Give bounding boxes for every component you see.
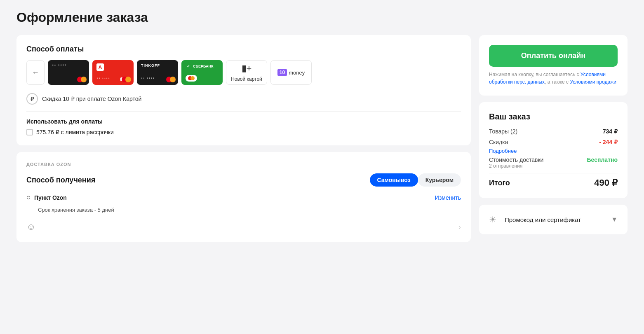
order-total-label: Итого xyxy=(489,179,510,187)
order-summary-title: Ваш заказ xyxy=(489,112,618,121)
order-total-row: Итого 490 ₽ xyxy=(489,178,618,188)
right-column: Оплатить онлайн Нажимая на кнопку, вы со… xyxy=(479,35,628,234)
promo-section[interactable]: ☀ Промокод или сертификат ▼ xyxy=(479,205,628,234)
terms-middle: , а также с xyxy=(545,79,570,85)
card-black[interactable]: ** **** xyxy=(48,60,89,85)
delivery-section-label: ДОСТАВКА OZON xyxy=(26,162,461,167)
cards-back-button[interactable]: ← xyxy=(26,60,45,85)
order-summary-card: Ваш заказ Товары (2) 734 ₽ Скидка - 244 … xyxy=(479,102,628,198)
order-items-value: 734 ₽ xyxy=(603,128,618,135)
payment-cards-row: ← ** **** А ** **** МИР xyxy=(26,60,461,85)
order-delivery-info: Стоимость доставки 2 отправления xyxy=(489,156,543,169)
promo-row: ☀ Промокод или сертификат ▼ xyxy=(489,215,618,224)
page-title: Оформление заказа xyxy=(16,10,628,25)
delivery-buttons: Самовывоз Курьером xyxy=(370,173,461,187)
chevron-right-icon[interactable]: › xyxy=(458,223,461,231)
payment-section: Способ оплаты ← ** **** А xyxy=(16,35,471,145)
delivery-method-title: Способ получения xyxy=(26,176,95,185)
installment-checkbox[interactable] xyxy=(26,129,33,135)
discount-notice-text: Скидка 10 ₽ при оплате Ozon Картой xyxy=(42,96,141,102)
terms-link2[interactable]: Условиями продажи xyxy=(570,79,616,85)
order-delivery-label: Стоимость доставки xyxy=(489,156,543,163)
chevron-down-icon: ▼ xyxy=(611,216,618,223)
delivery-method-row: Способ получения Самовывоз Курьером xyxy=(26,173,461,187)
order-total-value: 490 ₽ xyxy=(594,178,618,188)
order-delivery-sub: 2 отправления xyxy=(489,163,543,169)
main-layout: Способ оплаты ← ** **** А xyxy=(16,35,628,242)
installment-title: Использовать для оплаты xyxy=(26,118,461,125)
terms-prefix: Нажимая на кнопку, вы соглашаетесь с xyxy=(489,72,581,77)
promo-icon: ☀ xyxy=(489,215,496,224)
installment-section: Использовать для оплаты 575.76 ₽ с лимит… xyxy=(26,118,461,135)
promo-label: Промокод или сертификат xyxy=(505,216,581,223)
order-delivery-row: Стоимость доставки 2 отправления Бесплат… xyxy=(489,156,618,169)
delivery-section: ДОСТАВКА OZON Способ получения Самовывоз… xyxy=(16,152,471,242)
card-sber[interactable]: ✓ СБЕРБАНК xyxy=(181,60,223,85)
pay-card: Оплатить онлайн Нажимая на кнопку, вы со… xyxy=(479,35,628,96)
change-link[interactable]: Изменить xyxy=(435,194,461,201)
order-discount-row: Скидка - 244 ₽ xyxy=(489,139,618,145)
card-new[interactable]: ▮+ Новой картой xyxy=(226,60,267,85)
card-ymoney[interactable]: 10 money xyxy=(270,60,312,85)
courier-button[interactable]: Курьером xyxy=(418,173,461,187)
pickup-point-name: Пункт Ozon xyxy=(34,194,67,201)
order-divider xyxy=(489,173,618,173)
card-alfa[interactable]: А ** **** МИР xyxy=(92,60,134,85)
discount-notice: ₽ Скидка 10 ₽ при оплате Ozon Картой xyxy=(26,93,461,112)
card-tinkoff[interactable]: TINKOFF ** **** xyxy=(137,60,178,85)
ruble-icon: ₽ xyxy=(26,93,38,105)
order-items-label: Товары (2) xyxy=(489,128,517,135)
order-items-row: Товары (2) 734 ₽ xyxy=(489,128,618,135)
pickup-point-info: ○ Пункт Ozon xyxy=(26,193,67,202)
left-column: Способ оплаты ← ** **** А xyxy=(16,35,471,242)
smile-icon: ☺ xyxy=(26,222,35,232)
location-icon: ○ xyxy=(26,193,31,202)
installment-label: 575.76 ₽ с лимита рассрочки xyxy=(36,129,114,135)
payment-title: Способ оплаты xyxy=(26,45,461,54)
smile-row: ☺ › xyxy=(26,218,461,232)
promo-left: ☀ Промокод или сертификат xyxy=(489,215,581,224)
pay-button[interactable]: Оплатить онлайн xyxy=(489,45,618,67)
terms-text: Нажимая на кнопку, вы соглашаетесь с Усл… xyxy=(489,71,618,86)
installment-option[interactable]: 575.76 ₽ с лимита рассрочки xyxy=(26,129,461,135)
order-delivery-value: Бесплатно xyxy=(587,156,618,163)
details-link[interactable]: Подробнее xyxy=(489,148,618,154)
storage-days: Срок хранения заказа - 5 дней xyxy=(38,207,461,213)
order-discount-label: Скидка xyxy=(489,139,508,145)
order-discount-value: - 244 ₽ xyxy=(599,139,618,145)
pickup-button[interactable]: Самовывоз xyxy=(370,173,418,187)
pickup-point-row: ○ Пункт Ozon Изменить xyxy=(26,193,461,202)
